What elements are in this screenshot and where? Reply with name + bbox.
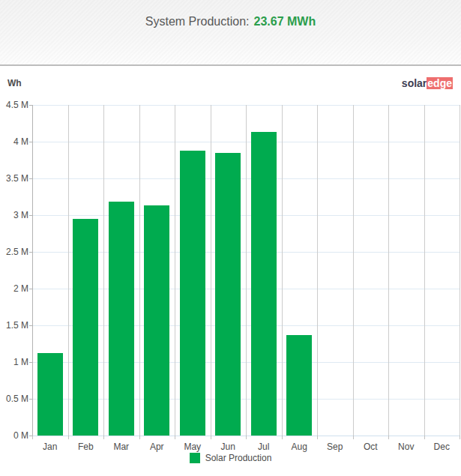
v-gridline bbox=[353, 105, 354, 436]
x-axis-tick bbox=[353, 436, 354, 439]
x-axis-label-feb: Feb bbox=[78, 442, 94, 452]
system-production-value: 23.67 MWh bbox=[254, 15, 316, 28]
v-gridline bbox=[68, 105, 69, 436]
legend-label: Solar Production bbox=[205, 453, 272, 463]
x-axis-tick bbox=[246, 436, 247, 439]
y-axis-line bbox=[32, 105, 33, 436]
v-gridline bbox=[282, 105, 283, 436]
x-axis-label-oct: Oct bbox=[364, 442, 378, 452]
y-axis-label-3.5m: 3.5 M bbox=[0, 173, 28, 184]
x-axis-tick bbox=[388, 436, 389, 439]
bar-jan[interactable] bbox=[37, 353, 63, 436]
bar-may[interactable] bbox=[180, 151, 205, 436]
v-gridline bbox=[175, 105, 175, 436]
x-axis-tick bbox=[139, 436, 140, 439]
v-gridline bbox=[139, 105, 140, 436]
bar-apr[interactable] bbox=[144, 205, 169, 436]
page-title: System Production:23.67 MWh bbox=[0, 15, 461, 28]
v-gridline bbox=[246, 105, 247, 436]
y-axis-label-1m: 1 M bbox=[0, 357, 28, 367]
bar-aug[interactable] bbox=[286, 335, 312, 436]
y-axis-label-1.5m: 1.5 M bbox=[0, 320, 28, 331]
system-production-label: System Production: bbox=[145, 15, 250, 28]
v-gridline bbox=[424, 105, 425, 436]
x-axis-tick bbox=[211, 436, 211, 439]
x-axis-label-may: May bbox=[184, 442, 201, 452]
x-axis-label-nov: Nov bbox=[398, 442, 414, 452]
v-gridline bbox=[317, 105, 318, 436]
v-gridline bbox=[211, 105, 211, 436]
x-axis-label-jun: Jun bbox=[221, 442, 235, 452]
x-axis-label-aug: Aug bbox=[292, 442, 307, 452]
bar-mar[interactable] bbox=[109, 202, 134, 436]
y-axis-label-2.5m: 2.5 M bbox=[0, 247, 28, 257]
y-axis-label-0m: 0 M bbox=[0, 430, 28, 441]
y-axis-label-4m: 4 M bbox=[0, 136, 28, 147]
x-axis-tick bbox=[460, 436, 460, 439]
x-axis-tick bbox=[68, 436, 69, 439]
x-axis-tick bbox=[317, 436, 318, 439]
y-axis-label-4.5m: 4.5 M bbox=[0, 100, 28, 110]
chart-legend: Solar Production bbox=[0, 453, 461, 463]
y-axis-label-0.5m: 0.5 M bbox=[0, 394, 28, 404]
x-axis-label-jan: Jan bbox=[43, 442, 57, 452]
x-axis-label-apr: Apr bbox=[150, 442, 164, 452]
bar-feb[interactable] bbox=[73, 219, 98, 436]
x-axis-label-sep: Sep bbox=[327, 442, 343, 452]
x-axis-tick bbox=[424, 436, 425, 439]
x-axis-label-mar: Mar bbox=[113, 442, 129, 452]
x-axis-label-jul: Jul bbox=[258, 442, 269, 452]
header-band: System Production:23.67 MWh bbox=[0, 0, 461, 66]
y-axis-label-2m: 2 M bbox=[0, 283, 28, 294]
v-gridline bbox=[388, 105, 389, 436]
legend-swatch-green bbox=[190, 453, 200, 463]
bar-jul[interactable] bbox=[251, 132, 277, 436]
x-axis-tick bbox=[103, 436, 104, 439]
legend-item-solar-production[interactable]: Solar Production bbox=[190, 453, 272, 463]
production-chart-panel: Wh solaredge 0 M0.5 M1 M1.5 M2 M2.5 M3 M… bbox=[0, 67, 461, 476]
v-gridline bbox=[103, 105, 104, 436]
y-axis-label-3m: 3 M bbox=[0, 210, 28, 220]
x-axis-tick bbox=[282, 436, 283, 439]
x-axis-tick bbox=[32, 436, 33, 439]
x-axis-label-dec: Dec bbox=[434, 442, 450, 452]
bar-jun[interactable] bbox=[215, 153, 241, 436]
plot-area: 0 M0.5 M1 M1.5 M2 M2.5 M3 M3.5 M4 M4.5 M… bbox=[0, 67, 461, 476]
v-gridline bbox=[460, 105, 460, 436]
x-axis-tick bbox=[175, 436, 175, 439]
